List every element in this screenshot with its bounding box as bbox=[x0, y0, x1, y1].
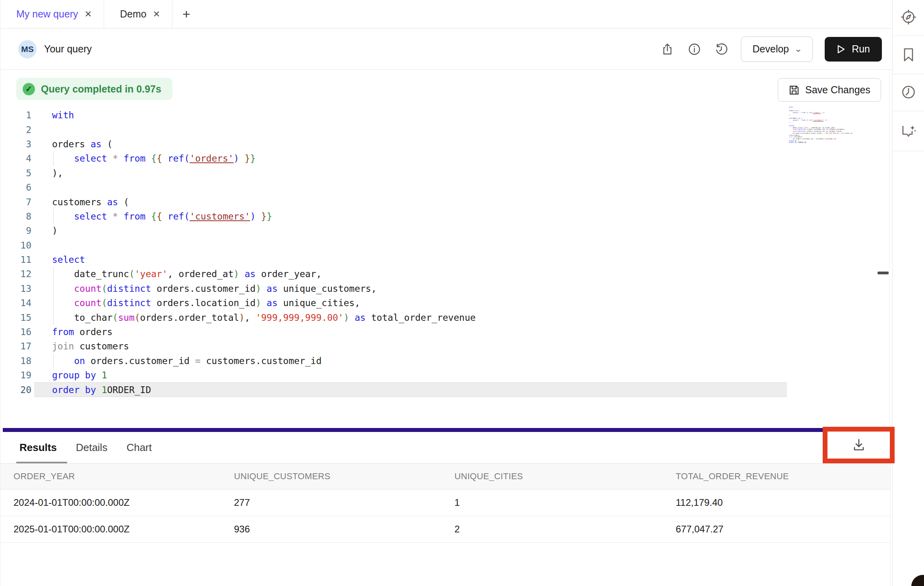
run-label: Run bbox=[852, 43, 870, 55]
download-icon bbox=[851, 438, 866, 453]
code-line-3[interactable]: 3orders as ( bbox=[0, 137, 892, 151]
tab-label: My new query bbox=[16, 8, 78, 20]
code-text: select * from {{ ref('orders') }} bbox=[52, 153, 256, 164]
code-text: join customers bbox=[52, 341, 129, 351]
sidebar-divider bbox=[893, 111, 924, 111]
code-text: from orders bbox=[52, 327, 112, 337]
history-icon[interactable] bbox=[714, 42, 729, 57]
close-icon[interactable]: ✕ bbox=[85, 10, 92, 19]
line-number: 12 bbox=[0, 269, 31, 279]
editor-edge-divider bbox=[889, 70, 889, 428]
table-cell: 112,179.40 bbox=[676, 497, 890, 508]
line-number: 18 bbox=[0, 356, 31, 366]
line-number: 13 bbox=[0, 283, 31, 294]
clock-icon[interactable] bbox=[900, 83, 917, 101]
sidebar-divider bbox=[893, 35, 924, 36]
code-line-6[interactable]: 6 bbox=[0, 180, 892, 195]
code-line-16[interactable]: 16from orders bbox=[0, 325, 892, 339]
query-status-badge: ✓ Query completed in 0.97s bbox=[16, 78, 172, 100]
line-number: 7 bbox=[0, 197, 31, 207]
develop-dropdown[interactable]: Develop ⌄ bbox=[741, 37, 813, 62]
code-text: group by 1 bbox=[52, 370, 107, 380]
code-line-4[interactable]: 4 select * from {{ ref('orders') }} bbox=[0, 151, 892, 166]
save-label: Save Changes bbox=[805, 84, 870, 96]
line-number: 6 bbox=[0, 182, 31, 193]
line-number: 20 bbox=[0, 385, 31, 395]
results-tab-results[interactable]: Results bbox=[19, 441, 57, 454]
code-line-14[interactable]: 14 count(distinct orders.location_id) as… bbox=[0, 296, 892, 310]
code-line-7[interactable]: 7customers as ( bbox=[0, 195, 892, 209]
line-number: 15 bbox=[0, 312, 31, 323]
bookmark-icon[interactable] bbox=[900, 46, 917, 64]
editor-tab-demo[interactable]: Demo✕ bbox=[104, 0, 172, 28]
floppy-icon bbox=[789, 85, 800, 96]
table-header-row: ORDER_YEARUNIQUE_CUSTOMERSUNIQUE_CITIEST… bbox=[0, 463, 890, 490]
editor-minimap[interactable]: with orders as ( select * from {{ ref('o… bbox=[789, 106, 852, 150]
code-line-18[interactable]: 18 on orders.customer_id = customers.cus… bbox=[0, 354, 892, 368]
code-line-12[interactable]: 12 date_trunc('year', ordered_at) as ord… bbox=[0, 267, 892, 281]
code-line-13[interactable]: 13 count(distinct orders.customer_id) as… bbox=[0, 281, 892, 296]
develop-label: Develop bbox=[752, 43, 789, 55]
table-row[interactable]: 2025-01-01T00:00:00.000Z9362677,047.27 bbox=[0, 516, 890, 543]
results-tabs: ResultsDetailsChart bbox=[0, 432, 892, 463]
download-results-button[interactable] bbox=[849, 435, 869, 455]
code-text: customers as ( bbox=[52, 197, 129, 207]
panel-resize-divider[interactable] bbox=[3, 428, 889, 432]
play-icon bbox=[837, 44, 845, 54]
column-header: UNIQUE_CITIES bbox=[454, 471, 676, 482]
code-line-10[interactable]: 10 bbox=[0, 238, 892, 253]
line-number: 4 bbox=[0, 153, 31, 164]
line-number: 16 bbox=[0, 327, 31, 337]
scrollbar-handle[interactable] bbox=[878, 272, 889, 274]
query-header: MS Your query bbox=[0, 29, 892, 70]
info-icon[interactable] bbox=[687, 42, 702, 57]
table-cell: 277 bbox=[234, 497, 454, 508]
code-text: on orders.customer_id = customers.custom… bbox=[52, 356, 322, 366]
line-number: 1 bbox=[0, 110, 31, 120]
table-cell: 936 bbox=[234, 524, 454, 535]
code-text: with bbox=[52, 110, 74, 120]
column-header: TOTAL_ORDER_REVENUE bbox=[676, 471, 890, 482]
sidebar-divider bbox=[893, 74, 924, 74]
annotation-highlight-rect bbox=[823, 427, 895, 463]
code-line-8[interactable]: 8 select * from {{ ref('customers') }} bbox=[0, 209, 892, 224]
share-icon[interactable] bbox=[660, 42, 675, 57]
code-text: select bbox=[52, 254, 85, 265]
line-number: 17 bbox=[0, 341, 31, 351]
compass-icon[interactable] bbox=[900, 8, 917, 26]
line-number: 19 bbox=[0, 370, 31, 380]
avatar: MS bbox=[18, 40, 37, 58]
column-header: ORDER_YEAR bbox=[0, 471, 234, 482]
right-sidebar bbox=[892, 0, 924, 586]
code-line-9[interactable]: 9) bbox=[0, 224, 892, 238]
run-button[interactable]: Run bbox=[825, 37, 882, 62]
code-area[interactable]: 1with23orders as (4 select * from {{ ref… bbox=[0, 108, 892, 397]
sql-editor[interactable]: ✓ Query completed in 0.97s Save Changes … bbox=[0, 70, 892, 428]
code-line-1[interactable]: 1with bbox=[0, 108, 892, 122]
code-line-19[interactable]: 19group by 1 bbox=[0, 368, 892, 382]
code-text: orders as ( bbox=[52, 139, 112, 149]
new-tab-button[interactable]: + bbox=[172, 0, 200, 28]
line-number: 9 bbox=[0, 226, 31, 236]
code-line-2[interactable]: 2 bbox=[0, 122, 892, 137]
code-line-20[interactable]: 20order by 1ORDER_ID bbox=[0, 382, 892, 397]
code-text: count(distinct orders.location_id) as un… bbox=[52, 298, 360, 308]
table-cell: 1 bbox=[454, 497, 676, 508]
table-row[interactable]: 2024-01-01T00:00:00.000Z2771112,179.40 bbox=[0, 490, 890, 516]
close-icon[interactable]: ✕ bbox=[153, 10, 160, 19]
tab-bar: My new query✕Demo✕ + bbox=[0, 0, 892, 29]
save-changes-button[interactable]: Save Changes bbox=[778, 78, 881, 102]
code-text: select * from {{ ref('customers') }} bbox=[52, 211, 272, 222]
results-tab-details[interactable]: Details bbox=[76, 441, 107, 454]
main-panel: My new query✕Demo✕ + MS Your query bbox=[0, 0, 892, 586]
code-line-5[interactable]: 5), bbox=[0, 166, 892, 180]
code-line-15[interactable]: 15 to_char(sum(orders.order_total), '999… bbox=[0, 310, 892, 324]
chat-sparkle-icon[interactable] bbox=[900, 122, 917, 140]
code-text: ), bbox=[52, 168, 63, 178]
results-tab-chart[interactable]: Chart bbox=[126, 441, 152, 454]
code-line-11[interactable]: 11select bbox=[0, 253, 892, 267]
editor-tab-my-new-query[interactable]: My new query✕ bbox=[0, 0, 104, 28]
code-line-17[interactable]: 17join customers bbox=[0, 339, 892, 353]
table-cell: 2 bbox=[454, 524, 676, 535]
app-window: My new query✕Demo✕ + MS Your query bbox=[0, 0, 924, 586]
